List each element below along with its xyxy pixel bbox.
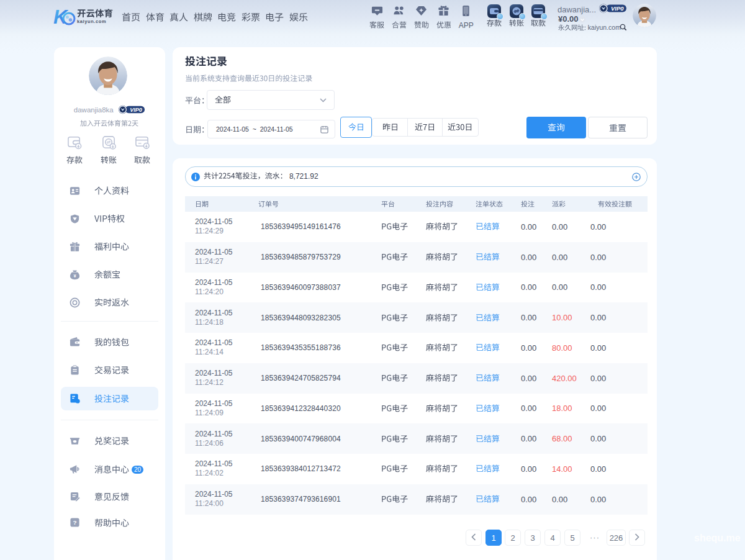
svg-text:?: ? (73, 519, 76, 526)
svg-text:VIP0: VIP0 (130, 107, 142, 113)
svg-text:VIP0: VIP0 (611, 5, 624, 12)
